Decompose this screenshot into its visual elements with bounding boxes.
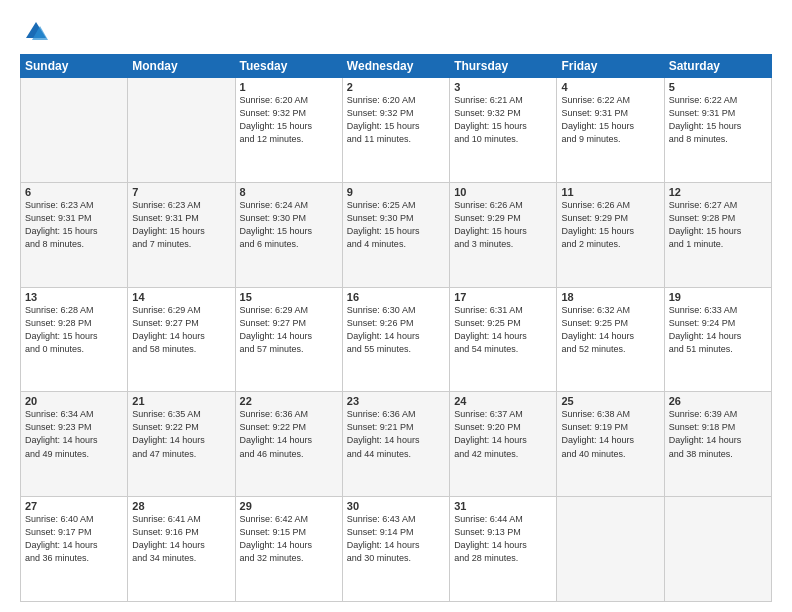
week-row-1: 1Sunrise: 6:20 AM Sunset: 9:32 PM Daylig… (21, 78, 772, 183)
day-number: 31 (454, 500, 552, 512)
day-number: 12 (669, 186, 767, 198)
day-info: Sunrise: 6:28 AM Sunset: 9:28 PM Dayligh… (25, 304, 123, 356)
weekday-header-saturday: Saturday (664, 55, 771, 78)
day-number: 9 (347, 186, 445, 198)
day-info: Sunrise: 6:38 AM Sunset: 9:19 PM Dayligh… (561, 408, 659, 460)
day-number: 20 (25, 395, 123, 407)
day-number: 18 (561, 291, 659, 303)
calendar-cell: 30Sunrise: 6:43 AM Sunset: 9:14 PM Dayli… (342, 497, 449, 602)
calendar-cell: 19Sunrise: 6:33 AM Sunset: 9:24 PM Dayli… (664, 287, 771, 392)
calendar-table: SundayMondayTuesdayWednesdayThursdayFrid… (20, 54, 772, 602)
calendar-cell: 31Sunrise: 6:44 AM Sunset: 9:13 PM Dayli… (450, 497, 557, 602)
day-info: Sunrise: 6:32 AM Sunset: 9:25 PM Dayligh… (561, 304, 659, 356)
day-number: 6 (25, 186, 123, 198)
weekday-header-thursday: Thursday (450, 55, 557, 78)
day-number: 10 (454, 186, 552, 198)
page: SundayMondayTuesdayWednesdayThursdayFrid… (0, 0, 792, 612)
calendar-cell: 16Sunrise: 6:30 AM Sunset: 9:26 PM Dayli… (342, 287, 449, 392)
day-info: Sunrise: 6:31 AM Sunset: 9:25 PM Dayligh… (454, 304, 552, 356)
week-row-2: 6Sunrise: 6:23 AM Sunset: 9:31 PM Daylig… (21, 182, 772, 287)
day-number: 4 (561, 81, 659, 93)
day-number: 30 (347, 500, 445, 512)
day-info: Sunrise: 6:22 AM Sunset: 9:31 PM Dayligh… (561, 94, 659, 146)
day-number: 24 (454, 395, 552, 407)
week-row-3: 13Sunrise: 6:28 AM Sunset: 9:28 PM Dayli… (21, 287, 772, 392)
day-number: 19 (669, 291, 767, 303)
day-number: 16 (347, 291, 445, 303)
day-number: 2 (347, 81, 445, 93)
day-info: Sunrise: 6:21 AM Sunset: 9:32 PM Dayligh… (454, 94, 552, 146)
day-info: Sunrise: 6:22 AM Sunset: 9:31 PM Dayligh… (669, 94, 767, 146)
calendar-cell: 28Sunrise: 6:41 AM Sunset: 9:16 PM Dayli… (128, 497, 235, 602)
day-number: 25 (561, 395, 659, 407)
calendar-cell: 6Sunrise: 6:23 AM Sunset: 9:31 PM Daylig… (21, 182, 128, 287)
calendar-cell: 9Sunrise: 6:25 AM Sunset: 9:30 PM Daylig… (342, 182, 449, 287)
calendar-cell: 2Sunrise: 6:20 AM Sunset: 9:32 PM Daylig… (342, 78, 449, 183)
day-info: Sunrise: 6:42 AM Sunset: 9:15 PM Dayligh… (240, 513, 338, 565)
day-info: Sunrise: 6:23 AM Sunset: 9:31 PM Dayligh… (132, 199, 230, 251)
calendar-cell: 7Sunrise: 6:23 AM Sunset: 9:31 PM Daylig… (128, 182, 235, 287)
day-info: Sunrise: 6:25 AM Sunset: 9:30 PM Dayligh… (347, 199, 445, 251)
day-number: 7 (132, 186, 230, 198)
calendar-cell: 26Sunrise: 6:39 AM Sunset: 9:18 PM Dayli… (664, 392, 771, 497)
day-info: Sunrise: 6:29 AM Sunset: 9:27 PM Dayligh… (240, 304, 338, 356)
day-info: Sunrise: 6:44 AM Sunset: 9:13 PM Dayligh… (454, 513, 552, 565)
day-info: Sunrise: 6:36 AM Sunset: 9:21 PM Dayligh… (347, 408, 445, 460)
calendar-cell: 4Sunrise: 6:22 AM Sunset: 9:31 PM Daylig… (557, 78, 664, 183)
calendar-cell: 1Sunrise: 6:20 AM Sunset: 9:32 PM Daylig… (235, 78, 342, 183)
calendar-cell: 29Sunrise: 6:42 AM Sunset: 9:15 PM Dayli… (235, 497, 342, 602)
day-number: 3 (454, 81, 552, 93)
calendar-cell: 27Sunrise: 6:40 AM Sunset: 9:17 PM Dayli… (21, 497, 128, 602)
calendar-cell: 18Sunrise: 6:32 AM Sunset: 9:25 PM Dayli… (557, 287, 664, 392)
calendar-cell: 22Sunrise: 6:36 AM Sunset: 9:22 PM Dayli… (235, 392, 342, 497)
day-number: 14 (132, 291, 230, 303)
day-number: 22 (240, 395, 338, 407)
calendar-cell: 17Sunrise: 6:31 AM Sunset: 9:25 PM Dayli… (450, 287, 557, 392)
day-info: Sunrise: 6:30 AM Sunset: 9:26 PM Dayligh… (347, 304, 445, 356)
day-info: Sunrise: 6:33 AM Sunset: 9:24 PM Dayligh… (669, 304, 767, 356)
day-number: 1 (240, 81, 338, 93)
day-number: 28 (132, 500, 230, 512)
day-number: 27 (25, 500, 123, 512)
calendar-cell: 13Sunrise: 6:28 AM Sunset: 9:28 PM Dayli… (21, 287, 128, 392)
calendar-cell: 21Sunrise: 6:35 AM Sunset: 9:22 PM Dayli… (128, 392, 235, 497)
day-info: Sunrise: 6:36 AM Sunset: 9:22 PM Dayligh… (240, 408, 338, 460)
day-info: Sunrise: 6:20 AM Sunset: 9:32 PM Dayligh… (347, 94, 445, 146)
calendar-cell (21, 78, 128, 183)
calendar-cell: 25Sunrise: 6:38 AM Sunset: 9:19 PM Dayli… (557, 392, 664, 497)
day-info: Sunrise: 6:40 AM Sunset: 9:17 PM Dayligh… (25, 513, 123, 565)
day-info: Sunrise: 6:24 AM Sunset: 9:30 PM Dayligh… (240, 199, 338, 251)
day-info: Sunrise: 6:35 AM Sunset: 9:22 PM Dayligh… (132, 408, 230, 460)
day-info: Sunrise: 6:27 AM Sunset: 9:28 PM Dayligh… (669, 199, 767, 251)
calendar-cell: 3Sunrise: 6:21 AM Sunset: 9:32 PM Daylig… (450, 78, 557, 183)
day-number: 26 (669, 395, 767, 407)
calendar-cell: 14Sunrise: 6:29 AM Sunset: 9:27 PM Dayli… (128, 287, 235, 392)
day-info: Sunrise: 6:26 AM Sunset: 9:29 PM Dayligh… (454, 199, 552, 251)
calendar-cell (128, 78, 235, 183)
day-number: 11 (561, 186, 659, 198)
logo (20, 18, 52, 46)
week-row-5: 27Sunrise: 6:40 AM Sunset: 9:17 PM Dayli… (21, 497, 772, 602)
day-number: 17 (454, 291, 552, 303)
day-number: 29 (240, 500, 338, 512)
day-number: 15 (240, 291, 338, 303)
day-number: 13 (25, 291, 123, 303)
logo-icon (20, 18, 48, 46)
calendar-cell (664, 497, 771, 602)
weekday-header-wednesday: Wednesday (342, 55, 449, 78)
day-info: Sunrise: 6:39 AM Sunset: 9:18 PM Dayligh… (669, 408, 767, 460)
calendar-cell: 20Sunrise: 6:34 AM Sunset: 9:23 PM Dayli… (21, 392, 128, 497)
day-info: Sunrise: 6:26 AM Sunset: 9:29 PM Dayligh… (561, 199, 659, 251)
day-info: Sunrise: 6:34 AM Sunset: 9:23 PM Dayligh… (25, 408, 123, 460)
calendar-cell: 10Sunrise: 6:26 AM Sunset: 9:29 PM Dayli… (450, 182, 557, 287)
calendar-cell: 24Sunrise: 6:37 AM Sunset: 9:20 PM Dayli… (450, 392, 557, 497)
day-info: Sunrise: 6:43 AM Sunset: 9:14 PM Dayligh… (347, 513, 445, 565)
calendar-cell: 23Sunrise: 6:36 AM Sunset: 9:21 PM Dayli… (342, 392, 449, 497)
weekday-header-sunday: Sunday (21, 55, 128, 78)
header (20, 18, 772, 46)
weekday-header-tuesday: Tuesday (235, 55, 342, 78)
weekday-header-row: SundayMondayTuesdayWednesdayThursdayFrid… (21, 55, 772, 78)
calendar-cell: 5Sunrise: 6:22 AM Sunset: 9:31 PM Daylig… (664, 78, 771, 183)
day-number: 23 (347, 395, 445, 407)
day-info: Sunrise: 6:20 AM Sunset: 9:32 PM Dayligh… (240, 94, 338, 146)
